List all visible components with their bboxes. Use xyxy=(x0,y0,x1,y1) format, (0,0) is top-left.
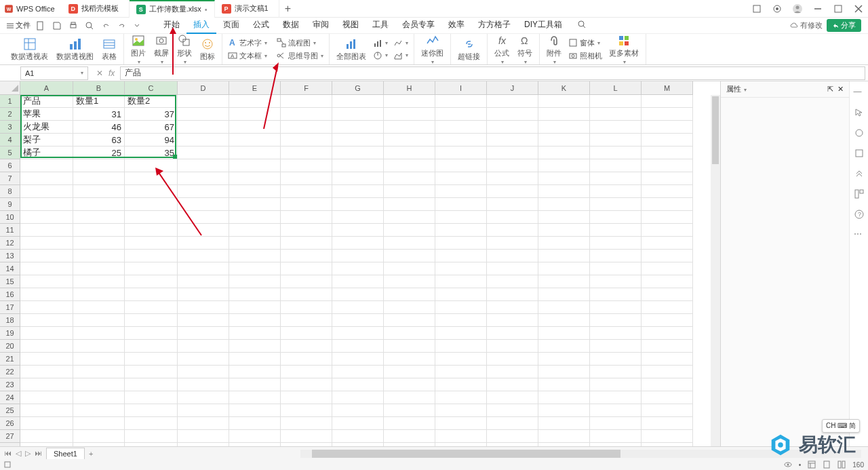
cell[interactable] xyxy=(642,159,693,172)
zoom-value[interactable]: 160 xyxy=(852,461,864,469)
column-header[interactable]: L xyxy=(590,81,642,95)
cell[interactable] xyxy=(229,391,281,404)
cell[interactable] xyxy=(538,172,590,185)
name-box[interactable]: A1▾ xyxy=(20,66,88,80)
column-header[interactable]: G xyxy=(332,81,384,95)
column-header[interactable]: D xyxy=(178,81,229,95)
row-header[interactable]: 4 xyxy=(0,134,20,146)
cell[interactable] xyxy=(642,366,693,378)
cell[interactable] xyxy=(73,172,125,185)
cell[interactable] xyxy=(281,417,332,430)
cell[interactable] xyxy=(642,327,693,340)
cell[interactable] xyxy=(20,224,73,237)
cell[interactable] xyxy=(332,443,384,446)
cell[interactable] xyxy=(435,237,487,250)
cell[interactable] xyxy=(229,250,281,262)
cell[interactable] xyxy=(642,443,693,446)
cell[interactable] xyxy=(229,327,281,340)
cell[interactable] xyxy=(642,262,693,275)
cell[interactable] xyxy=(384,262,435,275)
cell[interactable] xyxy=(487,353,538,366)
cell[interactable] xyxy=(125,250,178,262)
cell[interactable] xyxy=(538,224,590,237)
cell[interactable] xyxy=(229,198,281,211)
cell[interactable] xyxy=(20,327,73,340)
cell[interactable] xyxy=(590,262,642,275)
row-header[interactable]: 19 xyxy=(0,327,20,340)
cell[interactable] xyxy=(73,430,125,443)
vertical-scrollbar[interactable] xyxy=(711,95,720,446)
cell[interactable] xyxy=(435,340,487,353)
cell[interactable] xyxy=(281,108,332,121)
cell[interactable] xyxy=(281,250,332,262)
cell[interactable] xyxy=(590,185,642,198)
cell[interactable] xyxy=(642,391,693,404)
column-header[interactable]: H xyxy=(384,81,435,95)
cell[interactable] xyxy=(384,391,435,404)
row-header[interactable]: 26 xyxy=(0,417,20,430)
cell[interactable] xyxy=(125,224,178,237)
cell[interactable] xyxy=(435,353,487,366)
cell[interactable] xyxy=(178,146,229,159)
cell[interactable] xyxy=(332,378,384,391)
symbol-button[interactable]: Ω符号▾ xyxy=(513,34,536,64)
camera-button[interactable]: 照相机 xyxy=(566,50,605,62)
cell[interactable] xyxy=(384,211,435,224)
cell[interactable] xyxy=(487,211,538,224)
document-tab[interactable]: D找稻壳模板 xyxy=(62,0,130,18)
cell[interactable] xyxy=(281,288,332,301)
cell[interactable] xyxy=(332,275,384,288)
cell[interactable] xyxy=(332,134,384,146)
cell[interactable] xyxy=(178,378,229,391)
cell[interactable] xyxy=(487,378,538,391)
cell[interactable] xyxy=(281,172,332,185)
cell[interactable] xyxy=(178,224,229,237)
cell[interactable] xyxy=(125,430,178,443)
cell[interactable] xyxy=(384,198,435,211)
cell[interactable] xyxy=(642,172,693,185)
cell[interactable] xyxy=(435,262,487,275)
cell[interactable] xyxy=(332,237,384,250)
cell[interactable] xyxy=(538,288,590,301)
cell[interactable] xyxy=(538,211,590,224)
column-header[interactable]: F xyxy=(281,81,332,95)
cell[interactable] xyxy=(20,404,73,417)
more-elements-button[interactable]: 更多素材▾ xyxy=(605,34,643,64)
chart-type-1-button[interactable]: ▾ xyxy=(370,38,391,49)
qat-redo-icon[interactable] xyxy=(117,21,127,31)
cell[interactable] xyxy=(281,327,332,340)
cell[interactable] xyxy=(332,185,384,198)
cell[interactable] xyxy=(332,198,384,211)
cell[interactable] xyxy=(590,95,642,108)
pivot-chart-button[interactable]: 数据透视图 xyxy=(52,34,98,64)
column-header[interactable]: A xyxy=(20,81,73,95)
cell[interactable] xyxy=(332,121,384,134)
spreadsheet-area[interactable]: ABCDEFGHIJKLM 12345678910111213141516171… xyxy=(0,81,720,446)
select-all-corner[interactable] xyxy=(0,81,20,95)
cell[interactable] xyxy=(487,327,538,340)
cell[interactable] xyxy=(487,250,538,262)
cell[interactable] xyxy=(642,340,693,353)
sidebar-minimize-icon[interactable]: — xyxy=(854,87,865,98)
cell[interactable] xyxy=(73,237,125,250)
cell[interactable] xyxy=(590,353,642,366)
formula-cancel-icon[interactable]: ✕ xyxy=(96,68,103,78)
cell[interactable] xyxy=(229,301,281,314)
cell[interactable] xyxy=(125,353,178,366)
cell[interactable] xyxy=(435,378,487,391)
cell[interactable] xyxy=(332,159,384,172)
cell[interactable] xyxy=(125,378,178,391)
sidebar-layout-icon[interactable] xyxy=(854,189,865,199)
cell[interactable] xyxy=(590,224,642,237)
cell[interactable] xyxy=(642,404,693,417)
cell[interactable] xyxy=(487,237,538,250)
icons-button[interactable]: 图标 xyxy=(196,34,219,64)
cell[interactable] xyxy=(125,288,178,301)
cell[interactable] xyxy=(590,430,642,443)
cell[interactable] xyxy=(332,366,384,378)
formula-fx-icon[interactable]: fx xyxy=(108,68,115,78)
cell[interactable] xyxy=(281,224,332,237)
sheet-nav-prev-icon[interactable]: ◁ xyxy=(16,449,21,458)
cell[interactable] xyxy=(178,185,229,198)
cell[interactable] xyxy=(332,172,384,185)
